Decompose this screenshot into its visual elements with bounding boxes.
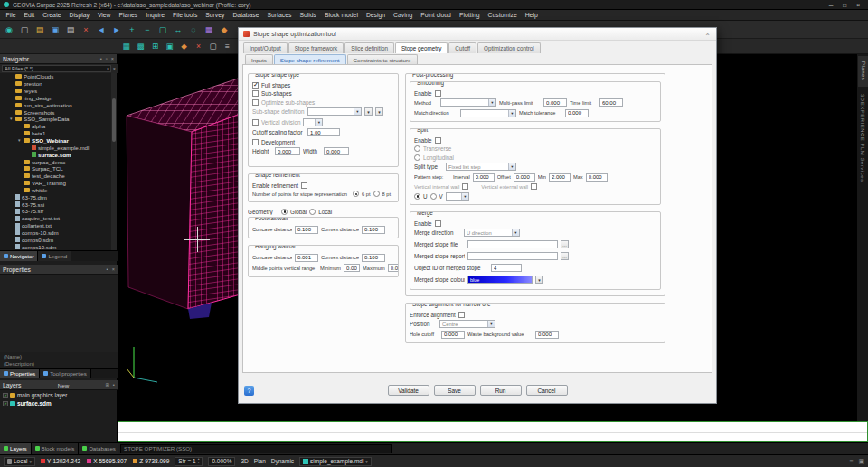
subtab-inputs[interactable]: Inputs xyxy=(245,54,273,64)
tab-stope-geometry[interactable]: Stope geometry xyxy=(395,42,448,53)
sub-shapes-checkbox[interactable] xyxy=(252,90,259,97)
browse-file-button[interactable] xyxy=(561,240,569,248)
hangingwall-concave-input[interactable] xyxy=(295,254,318,262)
messages-tray-icon[interactable]: ≡ xyxy=(849,458,853,465)
pin-icon[interactable]: ▪ xyxy=(107,266,108,272)
block-slice-icon[interactable]: ▣ xyxy=(163,41,176,52)
open-file-icon[interactable]: ▤ xyxy=(33,23,47,36)
tree-item[interactable]: surpac_demo xyxy=(0,158,112,165)
geometry-local-radio[interactable] xyxy=(309,209,316,215)
menu-item[interactable]: Surfaces xyxy=(263,12,296,18)
minimize-button[interactable]: ─ xyxy=(829,2,834,8)
smoothing-method-select[interactable] xyxy=(440,98,496,107)
tree-item[interactable]: alpha xyxy=(0,123,112,130)
merge-enable-checkbox[interactable] xyxy=(435,220,441,227)
time-limit-input[interactable] xyxy=(599,98,623,107)
cancel-button[interactable]: Cancel xyxy=(526,385,568,396)
vertical-division-select[interactable] xyxy=(303,118,323,126)
menu-item[interactable]: Create xyxy=(39,12,65,18)
undo-icon[interactable]: ◄ xyxy=(94,23,108,36)
tree-item[interactable]: run_sim_estimation xyxy=(0,101,112,108)
middle-max-input[interactable] xyxy=(388,264,399,272)
tree-item[interactable]: surface.sdm xyxy=(0,151,112,158)
tree-scrollbar[interactable] xyxy=(111,73,117,250)
tab-layers[interactable]: Layers xyxy=(0,443,32,454)
multipass-limit-input[interactable] xyxy=(543,98,567,107)
merged-stope-colour-swatch[interactable]: blue xyxy=(467,276,533,284)
remove-constraint-icon[interactable]: × xyxy=(192,41,205,52)
active-model-select[interactable]: simple_example.mdl xyxy=(299,457,372,466)
panel-close-icon[interactable]: × xyxy=(111,56,114,61)
menu-item[interactable]: Caving xyxy=(390,12,417,18)
new-layer-button[interactable]: New xyxy=(58,382,69,388)
menu-item[interactable]: View xyxy=(93,12,115,18)
add-block-icon[interactable]: ⊞ xyxy=(148,41,162,52)
tree-item[interactable]: comps0.sdm xyxy=(0,236,112,243)
menu-item[interactable]: Point cloud xyxy=(417,12,456,18)
block-model-icon[interactable]: ▦ xyxy=(119,41,133,52)
hole-cutoff-input[interactable] xyxy=(441,331,465,339)
tab-cutoff[interactable]: Cutoff xyxy=(448,42,476,53)
tree-item[interactable]: acquire_test.txt xyxy=(0,215,112,222)
maximize-button[interactable]: □ xyxy=(843,2,846,8)
merged-stope-file-input[interactable] xyxy=(467,240,558,248)
height-input[interactable] xyxy=(275,147,300,155)
tree-item[interactable]: 63-75.ssi xyxy=(0,201,112,208)
scrollbar-thumb[interactable] xyxy=(112,98,116,142)
function-command-field[interactable] xyxy=(120,444,392,453)
tab-input-output[interactable]: Input/Output xyxy=(243,42,288,53)
colour-picker-button[interactable] xyxy=(535,276,543,284)
sub-shape-option-button[interactable] xyxy=(364,107,373,116)
menu-item[interactable]: Database xyxy=(229,12,263,18)
panel-close-icon[interactable]: × xyxy=(112,266,115,272)
hangingwall-convex-input[interactable] xyxy=(362,254,385,262)
pattern-offset-input[interactable] xyxy=(514,173,535,182)
development-checkbox[interactable] xyxy=(252,139,259,145)
vertical-division-checkbox[interactable] xyxy=(252,119,259,126)
tree-item[interactable]: SSO_SampleData xyxy=(0,116,112,123)
pattern-min-input[interactable] xyxy=(549,173,571,182)
filter-clear-icon[interactable]: × xyxy=(113,66,116,71)
vertical-internal-wall-checkbox[interactable] xyxy=(462,183,468,190)
tree-item[interactable]: test_decache xyxy=(0,173,112,180)
layer-visibility-checkbox[interactable] xyxy=(3,393,8,398)
smoothing-enable-checkbox[interactable] xyxy=(435,90,441,97)
tab-stope-framework[interactable]: Stope framework xyxy=(288,42,344,53)
menu-item[interactable]: Help xyxy=(521,12,542,18)
tree-item[interactable]: whittle xyxy=(0,187,112,194)
geometry-global-radio[interactable] xyxy=(281,209,288,215)
enforce-alignment-checkbox[interactable] xyxy=(458,312,465,318)
tree-item[interactable]: collartest.txt xyxy=(0,222,112,229)
tree-item[interactable]: PointClouds xyxy=(0,73,112,80)
pattern-max-input[interactable] xyxy=(586,173,608,182)
tree-item[interactable]: 63-75.str xyxy=(0,208,112,215)
match-tolerance-input[interactable] xyxy=(565,109,589,117)
grid-display-icon[interactable]: ▦ xyxy=(202,23,216,36)
menu-item[interactable]: File tools xyxy=(169,12,202,18)
transverse-radio[interactable] xyxy=(414,145,420,152)
tab-optimization-control[interactable]: Optimization control xyxy=(477,42,541,53)
close-file-icon[interactable]: × xyxy=(79,23,93,36)
file-filter-select[interactable]: All Files (*.*) xyxy=(2,65,111,72)
pin-icon[interactable]: ▪ xyxy=(100,56,102,61)
layer-row[interactable]: main graphics layer xyxy=(0,391,118,399)
tab-databases[interactable]: Databases xyxy=(79,443,120,454)
tree-item[interactable]: 63-75.dtm xyxy=(0,193,112,201)
tree-item[interactable]: reyes xyxy=(0,88,112,95)
float-icon[interactable]: ▫ xyxy=(106,56,108,61)
vertical-external-wall-checkbox[interactable] xyxy=(531,183,537,190)
points-8-radio[interactable] xyxy=(373,191,380,197)
tab-legend[interactable]: Legend xyxy=(38,251,71,261)
split-v-radio[interactable] xyxy=(430,193,437,200)
width-input[interactable] xyxy=(324,147,349,155)
mode-3d-button[interactable]: 3D xyxy=(241,458,248,464)
print-icon[interactable]: ▤ xyxy=(63,23,78,36)
surpac-logo-icon[interactable]: ◉ xyxy=(2,23,16,36)
zoom-window-icon[interactable]: ▢ xyxy=(156,23,170,36)
tab-tool-properties[interactable]: Tool properties xyxy=(40,369,91,378)
alignment-position-select[interactable]: Centre xyxy=(439,320,495,328)
block-grid-icon[interactable]: ▩ xyxy=(134,41,147,52)
grade-field[interactable]: 0.000% xyxy=(208,457,235,466)
save-button[interactable]: Save xyxy=(434,385,476,396)
split-type-select[interactable]: Fixed list step xyxy=(446,163,516,171)
